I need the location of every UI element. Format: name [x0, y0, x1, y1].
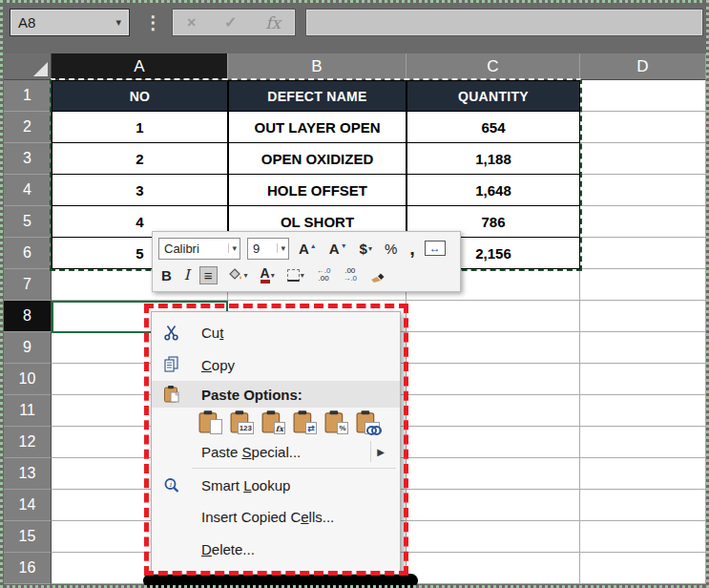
- cell-D7[interactable]: [580, 269, 706, 301]
- menu-item-delete[interactable]: Delete...: [152, 533, 400, 565]
- cell-D8[interactable]: [580, 301, 706, 332]
- font-size-combo[interactable]: 9 ▾: [247, 238, 289, 260]
- formula-bar[interactable]: [305, 9, 703, 36]
- column-header-B[interactable]: B: [228, 53, 407, 80]
- cell-D14[interactable]: [580, 490, 706, 521]
- paste-link-icon[interactable]: [355, 410, 379, 434]
- cell-D13[interactable]: [580, 458, 706, 490]
- cell-A2[interactable]: 1: [52, 112, 228, 143]
- cell-D1[interactable]: [580, 80, 706, 112]
- cell-C4[interactable]: 1,648: [407, 175, 580, 206]
- name-box-value: A8: [18, 14, 35, 31]
- menu-item-clear-contents[interactable]: Clear Contents: [152, 565, 400, 575]
- paste-transpose-icon[interactable]: ⇄: [292, 410, 316, 434]
- row-header-9[interactable]: 9: [4, 332, 52, 364]
- menu-item-insert-copied-cells[interactable]: Insert Copied Cells...: [152, 501, 400, 533]
- row-header-10[interactable]: 10: [4, 364, 52, 395]
- paste-options-row: 123fx⇄%: [152, 408, 400, 436]
- cell-C2[interactable]: 654: [407, 112, 580, 143]
- row-header-3[interactable]: 3: [4, 143, 52, 175]
- row-header-15[interactable]: 15: [4, 521, 52, 553]
- row-header-13[interactable]: 13: [4, 458, 52, 490]
- percent-style-button[interactable]: %: [382, 240, 400, 258]
- decrease-decimal-button[interactable]: .00→.0: [340, 266, 360, 284]
- cell-C12[interactable]: [407, 427, 580, 458]
- name-box[interactable]: A8 ▾: [10, 9, 130, 36]
- select-all-corner[interactable]: [4, 53, 52, 80]
- borders-button[interactable]: ▾: [284, 268, 307, 283]
- column-header-D[interactable]: D: [580, 53, 706, 80]
- cell-C3[interactable]: 1,188: [407, 143, 580, 175]
- center-align-icon: ≡: [204, 267, 213, 284]
- format-painter-button[interactable]: [366, 267, 389, 284]
- cell-B3[interactable]: OPEN OXIDIZED: [228, 143, 407, 175]
- enter-icon[interactable]: ✓: [224, 13, 237, 32]
- menu-item-cut[interactable]: Cut: [152, 316, 400, 348]
- row-header-5[interactable]: 5: [4, 206, 52, 238]
- cell-D15[interactable]: [580, 521, 706, 553]
- italic-button[interactable]: I: [181, 265, 193, 284]
- row-header-12[interactable]: 12: [4, 427, 52, 458]
- row-header-14[interactable]: 14: [4, 490, 52, 521]
- cancel-icon[interactable]: ×: [187, 14, 196, 32]
- column-header-A[interactable]: A: [52, 53, 228, 80]
- comma-style-button[interactable]: ,: [407, 241, 418, 256]
- paste-icon[interactable]: [198, 410, 221, 434]
- font-color-button[interactable]: A ▾: [258, 266, 278, 284]
- menu-item-copy[interactable]: Copy: [152, 348, 400, 381]
- cell-C8[interactable]: [407, 301, 580, 332]
- accounting-format-button[interactable]: $ ▾: [357, 240, 375, 258]
- cell-D5[interactable]: [580, 206, 706, 238]
- bold-button[interactable]: B: [158, 266, 175, 284]
- cell-C15[interactable]: [407, 521, 580, 553]
- cell-A1[interactable]: NO: [52, 80, 228, 112]
- shrink-font-button[interactable]: A▼: [326, 240, 350, 258]
- cell-C10[interactable]: [407, 364, 580, 395]
- grow-font-button[interactable]: A▲: [296, 240, 320, 258]
- row-header-2[interactable]: 2: [4, 112, 52, 143]
- cell-B4[interactable]: HOLE OFFSET: [228, 175, 407, 206]
- row-header-7[interactable]: 7: [4, 269, 52, 301]
- font-name-combo[interactable]: Calibri ▾: [158, 238, 240, 260]
- name-box-dropdown-icon[interactable]: ▾: [115, 16, 121, 29]
- dropdown-caret-icon[interactable]: ▾: [228, 243, 237, 253]
- submenu-arrow-icon: ▶: [371, 447, 390, 457]
- cell-C13[interactable]: [407, 458, 580, 490]
- cell-B1[interactable]: DEFECT NAME: [228, 80, 407, 112]
- row-header-6[interactable]: 6: [4, 238, 52, 269]
- cell-C16[interactable]: [407, 553, 580, 584]
- merge-center-button[interactable]: ↔: [425, 241, 446, 256]
- row-header-4[interactable]: 4: [4, 175, 52, 206]
- cell-A4[interactable]: 3: [52, 175, 228, 206]
- cell-C11[interactable]: [407, 395, 580, 427]
- cell-D10[interactable]: [580, 364, 706, 395]
- cell-D9[interactable]: [580, 332, 706, 364]
- cell-D4[interactable]: [580, 175, 706, 206]
- cell-D6[interactable]: [580, 238, 706, 269]
- row-header-1[interactable]: 1: [4, 80, 52, 112]
- increase-decimal-button[interactable]: ←.0.00: [314, 266, 334, 284]
- cell-D3[interactable]: [580, 143, 706, 175]
- cell-A3[interactable]: 2: [52, 143, 228, 175]
- cell-D2[interactable]: [580, 112, 706, 143]
- cell-C1[interactable]: QUANTITY: [407, 80, 580, 112]
- paste-formatting-icon[interactable]: %: [323, 410, 347, 434]
- cell-D12[interactable]: [580, 427, 706, 458]
- center-align-button[interactable]: ≡: [199, 266, 218, 284]
- cell-C14[interactable]: [407, 490, 580, 521]
- row-header-8[interactable]: 8: [4, 301, 52, 332]
- cell-B2[interactable]: OUT LAYER OPEN: [228, 112, 407, 143]
- fill-color-button[interactable]: ▾: [224, 266, 251, 284]
- row-header-11[interactable]: 11: [4, 395, 52, 427]
- row-header-16[interactable]: 16: [4, 553, 52, 584]
- paste-formulas-icon[interactable]: fx: [261, 410, 284, 434]
- menu-item-paste-special[interactable]: Paste Special... ▶: [152, 436, 400, 467]
- insert-function-icon[interactable]: fx: [265, 13, 281, 32]
- cell-D11[interactable]: [580, 395, 706, 427]
- dropdown-caret-icon[interactable]: ▾: [277, 243, 285, 253]
- menu-item-smart-lookup[interactable]: i Smart Lookup: [152, 470, 400, 501]
- paste-values-icon[interactable]: 123: [229, 410, 253, 434]
- cell-C9[interactable]: [407, 332, 580, 364]
- cell-D16[interactable]: [580, 553, 706, 584]
- column-header-C[interactable]: C: [407, 53, 580, 80]
